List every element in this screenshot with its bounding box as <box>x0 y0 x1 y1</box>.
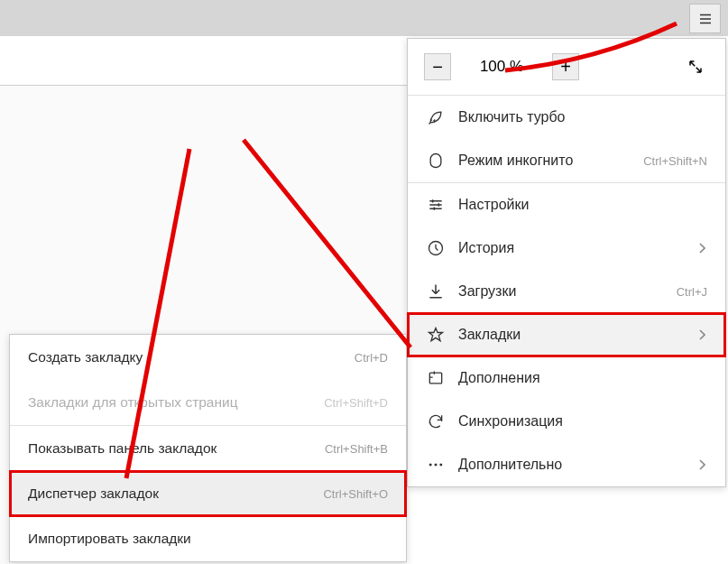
menu-item-label: Дополнительно <box>458 457 696 473</box>
submenu-item-label: Показывать панель закладок <box>28 440 325 457</box>
shortcut: Ctrl+Shift+N <box>643 154 707 168</box>
sync-icon <box>426 411 446 431</box>
shortcut: Ctrl+Shift+D <box>324 396 388 410</box>
menu-item-bookmarks[interactable]: Закладки <box>408 313 725 356</box>
submenu-item-label: Импортировать закладки <box>28 531 388 547</box>
shortcut: Ctrl+D <box>355 351 388 365</box>
menu-item-more[interactable]: Дополнительно <box>408 443 725 486</box>
submenu-item-open-tabs-bookmarks: Закладки для открытых страниц Ctrl+Shift… <box>10 380 406 425</box>
zoom-in-button[interactable]: + <box>552 53 579 80</box>
submenu-item-import-bookmarks[interactable]: Импортировать закладки <box>10 516 406 561</box>
svg-point-3 <box>435 464 438 467</box>
submenu-item-bookmark-manager[interactable]: Диспетчер закладок Ctrl+Shift+O <box>10 471 406 516</box>
more-icon <box>426 455 446 475</box>
svg-rect-1 <box>429 373 441 384</box>
fullscreen-icon <box>687 59 704 75</box>
menu-item-label: Загрузки <box>458 283 677 300</box>
submenu-item-label: Создать закладку <box>28 349 355 365</box>
svg-point-2 <box>429 464 432 467</box>
menu-item-history[interactable]: История <box>408 227 725 270</box>
zoom-row: − 100 % + <box>408 39 725 95</box>
menu-item-label: Синхронизация <box>458 413 707 430</box>
menu-item-label: Настройки <box>458 197 707 213</box>
browser-toolbar <box>0 0 728 36</box>
menu-button[interactable] <box>689 4 721 33</box>
menu-item-label: Дополнения <box>458 370 707 386</box>
star-icon <box>426 325 446 345</box>
submenu-item-label: Диспетчер закладок <box>28 485 323 502</box>
menu-item-downloads[interactable]: Загрузки Ctrl+J <box>408 270 725 313</box>
download-icon <box>426 282 446 301</box>
shortcut: Ctrl+Shift+B <box>325 442 388 456</box>
menu-item-label: Режим инкогнито <box>458 153 643 169</box>
tab-strip-bg <box>0 36 407 86</box>
zoom-value: 100 % <box>458 58 545 76</box>
rocket-icon <box>426 107 446 127</box>
addons-icon <box>426 368 446 388</box>
submenu-item-create-bookmark[interactable]: Создать закладку Ctrl+D <box>10 335 406 380</box>
menu-item-label: Закладки <box>458 327 696 343</box>
chevron-right-icon <box>696 459 707 470</box>
bookmarks-submenu: Создать закладку Ctrl+D Закладки для отк… <box>9 334 407 562</box>
menu-item-label: Включить турбо <box>458 109 707 125</box>
incognito-icon <box>426 151 446 171</box>
menu-item-settings[interactable]: Настройки <box>408 183 725 227</box>
submenu-item-show-bookmarks-bar[interactable]: Показывать панель закладок Ctrl+Shift+B <box>10 426 406 471</box>
fullscreen-button[interactable] <box>682 53 709 80</box>
shortcut: Ctrl+Shift+O <box>323 487 388 501</box>
menu-item-sync[interactable]: Синхронизация <box>408 400 725 443</box>
menu-item-addons[interactable]: Дополнения <box>408 356 725 400</box>
history-icon <box>426 238 446 258</box>
menu-item-label: История <box>458 240 696 256</box>
main-menu: − 100 % + Включить турбо Режим инкогнито… <box>407 38 726 487</box>
hamburger-icon <box>697 11 714 27</box>
settings-icon <box>426 195 446 215</box>
svg-point-4 <box>439 464 442 467</box>
shortcut: Ctrl+J <box>677 285 707 299</box>
menu-item-turbo[interactable]: Включить турбо <box>408 96 725 139</box>
submenu-item-label: Закладки для открытых страниц <box>28 394 324 411</box>
menu-item-incognito[interactable]: Режим инкогнито Ctrl+Shift+N <box>408 139 725 182</box>
chevron-right-icon <box>696 329 707 340</box>
chevron-right-icon <box>696 243 707 254</box>
zoom-out-button[interactable]: − <box>424 53 451 80</box>
